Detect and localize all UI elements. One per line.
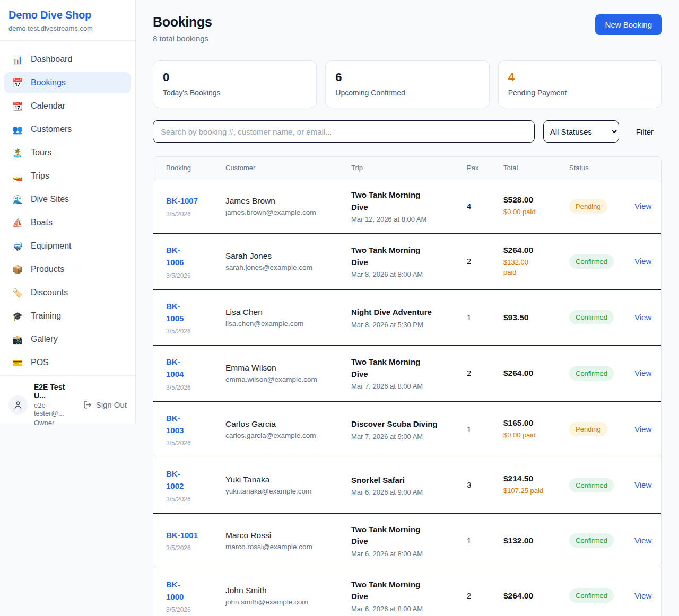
sidebar: Demo Dive Shop demo.test.divestreams.com…: [0, 0, 136, 423]
booking-id-link[interactable]: BK-1003: [166, 412, 191, 437]
user-info: E2E Test U... e2e-tester@... Owner: [34, 383, 77, 427]
sidebar-item-boats[interactable]: ⛵Boats: [4, 212, 131, 233]
trip-cell: Two Tank Morning DiveMar 6, 2026 at 8:00…: [351, 568, 467, 616]
booking-id-link[interactable]: BK-1004: [166, 356, 191, 381]
trip-datetime: Mar 8, 2026 at 8:00 AM: [351, 270, 460, 278]
sidebar-item-trips[interactable]: 🚤Trips: [4, 165, 131, 187]
view-link[interactable]: View: [634, 591, 651, 600]
booking-date: 3/5/2026: [166, 496, 219, 503]
sidebar-item-dive-sites[interactable]: 🌊Dive Sites: [4, 189, 131, 210]
view-link[interactable]: View: [634, 257, 651, 266]
sidebar-item-pos[interactable]: 💳POS: [4, 352, 131, 373]
wave-icon: 🌊: [12, 195, 23, 205]
sidebar-item-tours[interactable]: 🏝️Tours: [4, 142, 131, 163]
sidebar-item-gallery[interactable]: 📸Gallery: [4, 329, 131, 350]
view-cell: View: [634, 346, 661, 402]
booking-cell: BK-10033/5/2026: [153, 401, 225, 457]
view-link[interactable]: View: [634, 536, 651, 545]
customer-name: Yuki Tanaka: [225, 475, 345, 485]
search-input[interactable]: [153, 120, 535, 143]
sidebar-item-label: Dashboard: [31, 55, 72, 64]
island-icon: 🏝️: [12, 148, 23, 158]
tear-off-calendar-icon: 📆: [12, 101, 23, 111]
booking-date: 3/5/2026: [166, 272, 219, 279]
stat-value: 6: [335, 71, 479, 84]
booking-cell: BK-10023/5/2026: [153, 457, 225, 514]
total-cell: $165.00$0.00 paid: [503, 401, 569, 457]
pax-value: 1: [467, 536, 471, 545]
column-header-status: Status: [569, 157, 634, 179]
customer-name: John Smith: [225, 586, 345, 595]
trip-datetime: Mar 6, 2026 at 9:00 AM: [351, 488, 460, 496]
view-cell: View: [634, 179, 661, 234]
sign-out-button[interactable]: Sign Out: [83, 400, 127, 409]
customer-cell: James Brownjames.brown@example.com: [225, 179, 351, 234]
customer-email: emma.wilson@example.com: [225, 375, 345, 383]
trip-datetime: Mar 7, 2026 at 8:00 AM: [351, 382, 460, 390]
view-link[interactable]: View: [634, 313, 651, 322]
sidebar-item-dashboard[interactable]: 📊Dashboard: [4, 49, 131, 70]
sidebar-item-label: Tours: [31, 148, 51, 157]
booking-id-link[interactable]: BK-1000: [166, 578, 191, 603]
booking-id-link[interactable]: BK-1001: [166, 529, 198, 541]
booking-date: 3/5/2026: [166, 439, 219, 447]
booking-id-link[interactable]: BK-1005: [166, 300, 191, 325]
paid-amount: $0.00 paid: [503, 430, 563, 441]
sidebar-item-bookings[interactable]: 📅Bookings: [4, 72, 131, 93]
view-link[interactable]: View: [634, 425, 651, 434]
paid-amount: $107.25 paid: [503, 486, 563, 496]
view-cell: View: [634, 513, 661, 568]
view-link[interactable]: View: [634, 201, 651, 210]
booking-id-link[interactable]: BK-1006: [166, 244, 191, 269]
booking-cell: BK-10013/5/2026: [153, 513, 225, 568]
bar-chart-icon: 📊: [12, 55, 23, 65]
booking-cell: BK-10043/5/2026: [153, 346, 225, 402]
sidebar-item-customers[interactable]: 👥Customers: [4, 119, 131, 140]
stat-label: Pending Payment: [508, 89, 652, 97]
status-badge: Confirmed: [569, 588, 614, 603]
booking-cell: BK-10003/5/2026: [153, 568, 225, 616]
view-cell: View: [634, 568, 661, 616]
view-link[interactable]: View: [634, 480, 651, 489]
booking-date: 3/5/2026: [166, 210, 219, 218]
total-cell: $528.00$0.00 paid: [503, 179, 569, 234]
person-icon: [13, 400, 23, 410]
new-booking-button[interactable]: New Booking: [595, 14, 662, 35]
filter-button[interactable]: Filter: [628, 127, 662, 136]
trip-name: Night Dive Adventure: [351, 306, 439, 319]
sign-out-label: Sign Out: [96, 400, 127, 409]
booking-id-link[interactable]: BK-1007: [166, 195, 198, 207]
sidebar-item-label: Dive Sites: [31, 195, 69, 204]
avatar: [8, 395, 28, 415]
column-header-trip: Trip: [351, 157, 467, 179]
brand-title: Demo Dive Shop: [8, 9, 127, 21]
stat-label: Today's Bookings: [163, 89, 307, 97]
customer-cell: Sarah Jonessarah.jones@example.com: [225, 234, 351, 290]
customer-cell: Lisa Chenlisa.chen@example.com: [225, 289, 351, 346]
total-amount: $264.00: [503, 245, 563, 255]
user-role: Owner: [34, 419, 77, 427]
page-header-text: Bookings 8 total bookings: [153, 14, 212, 43]
booking-date: 3/5/2026: [166, 328, 219, 335]
sidebar-item-equipment[interactable]: 🤿Equipment: [4, 235, 131, 257]
sidebar-item-training[interactable]: 🎓Training: [4, 305, 131, 327]
sidebar-item-calendar[interactable]: 📆Calendar: [4, 95, 131, 117]
status-select[interactable]: All Statuses: [543, 120, 619, 143]
sidebar-item-label: Trips: [31, 171, 49, 181]
stat-value: 4: [508, 71, 652, 84]
pax-value: 1: [467, 313, 471, 322]
sidebar-item-label: Boats: [31, 218, 53, 227]
sidebar-item-products[interactable]: 📦Products: [4, 259, 131, 280]
speedboat-icon: 🚤: [12, 171, 23, 181]
booking-date: 3/5/2026: [166, 544, 219, 552]
column-header-total: Total: [503, 157, 569, 179]
table-row: BK-10003/5/2026John Smithjohn.smith@exam…: [153, 568, 661, 616]
customer-name: James Brown: [225, 196, 345, 206]
sidebar-item-label: Products: [31, 265, 64, 274]
status-badge: Confirmed: [569, 254, 614, 269]
booking-id-link[interactable]: BK-1002: [166, 468, 191, 492]
customer-cell: John Smithjohn.smith@example.com: [225, 568, 351, 616]
paid-amount: $0.00 paid: [503, 207, 563, 217]
sidebar-item-discounts[interactable]: 🏷️Discounts: [4, 282, 131, 303]
view-link[interactable]: View: [634, 368, 651, 377]
